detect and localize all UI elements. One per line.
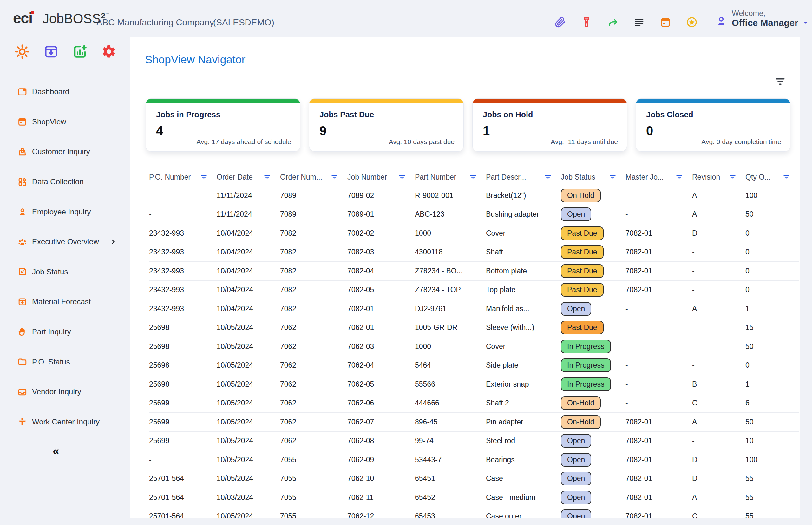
column-header-order-num-: Order Num... [280,173,347,181]
table-row[interactable]: -11/11/202470897089-01ABC-123Bushing ada… [149,205,799,224]
table-row[interactable]: 2569810/05/202470627062-011005-GR-DRSlee… [149,318,799,338]
cell-job-num: 7062-11 [347,493,415,502]
gear-icon[interactable] [101,44,116,59]
column-header-qty-o-: Qty O... [746,173,799,181]
cell-part-num: 1000 [415,342,486,351]
cell-part-desc: Cover [486,229,561,238]
sidebar-item-shopview[interactable]: ShopView [0,107,130,137]
column-filter-icon[interactable] [609,173,617,181]
table-row[interactable]: -11/11/202470897089-02R-9002-001Bracket(… [149,186,799,205]
cell-job-num: 7062-08 [347,436,415,445]
cell-po: 23432-993 [149,229,217,238]
cell-status: Open [561,491,626,505]
cell-master: - [626,210,692,219]
table-row[interactable]: 2569810/05/202470627062-045464Side plate… [149,356,799,375]
column-filter-icon[interactable] [200,173,208,181]
table-row[interactable]: 23432-99310/04/202470827082-04Z78234 - B… [149,262,799,281]
column-filter-icon[interactable] [263,173,271,181]
redo-icon[interactable] [607,16,618,28]
table-row[interactable]: 2569810/05/202470627062-031000CoverIn Pr… [149,337,799,356]
table-row[interactable]: 23432-99310/04/202470827082-05Z78234 - T… [149,281,799,300]
cell-rev: - [692,285,746,294]
table-row[interactable]: 2569910/05/202470627062-0899-74Steel rod… [149,432,799,451]
sidebar-item-data-collection[interactable]: Data Collection [0,167,130,197]
job-status-badge: Past Due [561,245,604,259]
cell-order-date: 10/05/2024 [217,380,280,389]
column-filter-icon[interactable] [469,173,477,181]
download-box-icon[interactable] [43,44,59,59]
table-row[interactable]: -10/05/202470557062-0953443-7BearingsOpe… [149,450,799,469]
environment-label: (SALESDEMO) [213,17,274,28]
cell-job-num: 7082-02 [347,229,415,238]
cell-part-num: 65451 [415,474,486,483]
table-row[interactable]: 25701-56410/05/202470557062-1265453Case … [149,507,799,518]
cell-part-num: 896-45 [415,418,486,426]
cell-po: 25699 [149,436,217,445]
column-filter-icon[interactable] [728,173,737,181]
flashlight-icon[interactable] [581,16,592,28]
column-header-label: P.O. Number [149,173,191,181]
list-icon[interactable] [633,16,645,28]
cell-part-desc: Case [486,474,561,483]
divider [66,451,103,451]
topbar-action-icons [554,16,697,28]
table-row[interactable]: 25701-56410/03/202470557062-1165452Case … [149,488,799,507]
column-header-revision: Revision [692,173,746,181]
sidebar-item-employee-inquiry[interactable]: Employee Inquiry [0,197,130,227]
note-smile-icon [17,267,27,276]
cell-job-num: 7062-05 [347,380,415,389]
sidebar-item-vendor-inquiry[interactable]: Vendor Inquiry [0,377,130,407]
sidebar-item-label: Executive Overview [32,237,99,246]
cell-qty: 1 [746,380,799,389]
sidebar-item-job-status[interactable]: Job Status [0,257,130,287]
paperclip-icon[interactable] [554,16,566,28]
cell-status: On-Hold [561,415,626,429]
chart-add-icon[interactable] [72,44,88,59]
sidebar-item-material-forecast[interactable]: Material Forecast [0,287,130,317]
table-row[interactable]: 23432-99310/04/202470827082-01DJ2-9761Ma… [149,299,799,318]
cell-part-num: 55566 [415,380,486,389]
sidebar-item-dashboard[interactable]: Dashboard [0,77,130,107]
table-row[interactable]: 2569810/05/202470627062-0555566Exterior … [149,375,799,394]
cell-rev: D [692,229,746,238]
column-filter-icon[interactable] [331,173,339,181]
sidebar-item-label: Part Inquiry [32,327,71,336]
table-row[interactable]: 23432-99310/04/202470827082-034300118Sha… [149,243,799,262]
user-menu[interactable]: Welcome, Office Manager [715,9,809,28]
cell-order-num: 7055 [280,474,347,483]
table-row[interactable]: 23432-99310/04/202470827082-021000CoverP… [149,224,799,243]
job-status-badge: Open [561,453,591,467]
cell-master: - [626,361,692,370]
column-filter-icon[interactable] [544,173,552,181]
cell-order-num: 7062 [280,361,347,370]
table-row[interactable]: 25701-56410/05/202470557062-1065451CaseO… [149,469,799,489]
cell-po: 23432-993 [149,304,217,313]
calendar-icon[interactable] [660,16,671,28]
table-row[interactable]: 2569910/05/202470627062-07896-45Pin adap… [149,413,799,432]
chevron-right-icon[interactable] [109,238,117,246]
cell-part-desc: Case - medium [486,493,561,502]
sidebar-item-work-center-inquiry[interactable]: Work Center Inquiry [0,407,130,437]
cell-status: In Progress [561,377,626,391]
star-circle-icon[interactable] [686,16,697,28]
sidebar-item-p-o-status[interactable]: P.O. Status [0,347,130,377]
cell-po: 23432-993 [149,267,217,275]
column-header-label: Revision [692,173,720,181]
cell-qty: 55 [746,512,799,518]
cell-rev: - [692,361,746,370]
column-filter-icon[interactable] [398,173,406,181]
cell-part-desc: Shaft 2 [486,399,561,407]
cell-order-num: 7062 [280,342,347,351]
sidebar-item-part-inquiry[interactable]: Part Inquiry [0,317,130,347]
collapse-sidebar-button[interactable]: « [52,445,58,457]
column-filter-icon[interactable] [782,173,791,181]
table-row[interactable]: 2569910/05/202470627062-06444666Shaft 2O… [149,394,799,413]
cell-part-desc: Top plate [486,285,561,294]
sidebar-item-executive-overview[interactable]: Executive Overview [0,227,130,257]
column-filter-icon[interactable] [675,173,683,181]
sidebar-item-customer-inquiry[interactable]: Customer Inquiry [0,137,130,167]
cell-order-num: 7055 [280,512,347,518]
kpi-card-jobs-past-due: Jobs Past Due9Avg. 10 days past due [309,98,464,152]
table-filter-icon[interactable] [774,75,786,88]
sun-icon[interactable] [15,44,30,59]
